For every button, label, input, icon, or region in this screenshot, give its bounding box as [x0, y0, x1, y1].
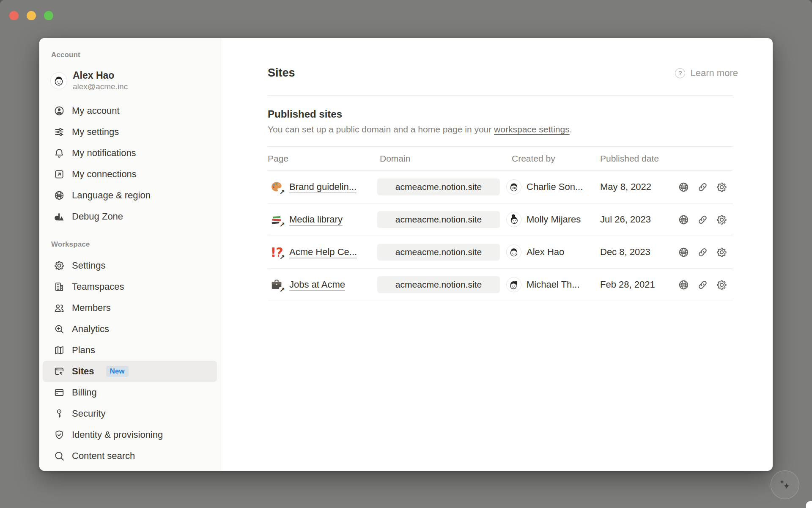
avatar [50, 72, 67, 89]
sidebar-item-my-connections[interactable]: My connections [43, 164, 217, 185]
sidebar-item-label: Billing [72, 387, 97, 398]
gear-icon[interactable] [716, 279, 727, 291]
browser-cursor-icon [54, 366, 65, 377]
sidebar-item-debug-zone[interactable]: Debug Zone [43, 206, 217, 227]
page-link[interactable]: Brand guidelin... [289, 181, 357, 192]
magnifier-icon [54, 450, 65, 461]
external-arrow-icon: ↗ [279, 254, 285, 261]
published-date: Feb 28, 2021 [600, 279, 678, 290]
close-window-icon[interactable] [9, 11, 19, 20]
domain-pill: acmeacme.notion.site [377, 211, 500, 228]
divider [268, 95, 733, 96]
link-icon[interactable] [697, 181, 708, 193]
sidebar-item-plans[interactable]: Plans [43, 340, 217, 361]
sidebar-item-label: Teamspaces [72, 281, 124, 292]
external-arrow-icon: ↗ [279, 189, 285, 196]
books-icon: ↗ [269, 212, 284, 227]
profile-row[interactable]: Alex Hao alex@acme.inc [43, 66, 217, 95]
published-sites-table: Page Domain Created by Published date [268, 146, 733, 301]
key-icon [54, 408, 65, 419]
bell-icon [54, 148, 65, 159]
sidebar-item-sites[interactable]: Sites New [43, 361, 217, 382]
link-icon[interactable] [697, 279, 708, 291]
sparkles-icon [777, 477, 793, 492]
link-icon[interactable] [697, 214, 708, 225]
sidebar-item-settings[interactable]: Settings [43, 255, 217, 276]
published-date: May 8, 2022 [600, 181, 678, 192]
zoom-window-icon[interactable] [44, 11, 53, 20]
sidebar-item-label: Security [72, 408, 105, 419]
new-badge: New [106, 366, 129, 377]
avatar [506, 244, 521, 260]
credit-card-icon [54, 387, 65, 398]
table-header-row: Page Domain Created by Published date [268, 146, 733, 171]
avatar [506, 277, 521, 292]
globe-icon[interactable] [678, 247, 689, 258]
created-by-name: Molly Mijares [527, 214, 581, 225]
globe-icon[interactable] [678, 214, 689, 225]
learn-more-link[interactable]: ? Learn more [675, 68, 738, 79]
person-circle-icon [54, 105, 65, 116]
sidebar-item-label: Language & region [72, 190, 151, 201]
sidebar-item-my-notifications[interactable]: My notifications [43, 143, 217, 164]
sidebar-item-label: My account [72, 105, 120, 116]
created-by-name: Charlie Son... [527, 181, 583, 192]
sidebar-item-teamspaces[interactable]: Teamspaces [43, 276, 217, 297]
sidebar-item-label: My notifications [72, 148, 136, 159]
gear-icon[interactable] [716, 247, 727, 258]
ai-assistant-button[interactable] [771, 470, 799, 499]
sidebar-item-analytics[interactable]: Analytics [43, 319, 217, 340]
sidebar-item-label: Plans [72, 345, 95, 356]
sidebar-item-content-search[interactable]: Content search [43, 445, 217, 467]
account-nav: My account My settings My notifications [39, 100, 221, 227]
column-header-domain: Domain [377, 154, 506, 164]
table-row: ↗ Brand guidelin... acmeacme.notion.site [268, 171, 733, 203]
description-period: . [570, 124, 572, 134]
description-text: You can set up a public domain and a hom… [268, 124, 494, 134]
published-date: Dec 8, 2023 [600, 247, 678, 258]
account-section-label: Account [51, 51, 221, 59]
sidebar-item-billing[interactable]: Billing [43, 382, 217, 403]
link-icon[interactable] [697, 247, 708, 258]
people-icon [54, 302, 65, 313]
debug-zone-icon [54, 211, 65, 222]
page-link[interactable]: Jobs at Acme [289, 279, 345, 290]
sidebar-item-members[interactable]: Members [43, 297, 217, 319]
sidebar-item-language-region[interactable]: Language & region [43, 185, 217, 206]
minimize-window-icon[interactable] [27, 11, 36, 20]
table-row: ↗ Media library acmeacme.notion.site [268, 203, 733, 236]
sidebar-item-identity-provisioning[interactable]: Identity & provisioning [43, 424, 217, 445]
gear-icon[interactable] [716, 214, 727, 225]
globe-icon[interactable] [678, 181, 689, 193]
sidebar-item-my-account[interactable]: My account [43, 100, 217, 121]
page-link[interactable]: Acme Help Ce... [289, 247, 357, 258]
settings-dialog: Account Alex Hao alex@acme.inc [39, 38, 773, 471]
published-sites-description: You can set up a public domain and a hom… [268, 124, 773, 135]
created-by-name: Alex Hao [527, 247, 564, 258]
workspace-section-label: Workspace [51, 240, 221, 249]
sidebar-item-security[interactable]: Security [43, 403, 217, 424]
workspace-nav: Settings Teamspaces [39, 255, 221, 467]
workspace-settings-link[interactable]: workspace settings [494, 124, 570, 134]
globe-icon[interactable] [678, 279, 689, 291]
sidebar-item-label: Settings [72, 260, 106, 271]
sliders-icon [54, 126, 65, 137]
published-sites-heading: Published sites [268, 108, 773, 120]
sidebar-item-label: Content search [72, 450, 135, 461]
arrow-up-right-square-icon [54, 169, 65, 180]
external-arrow-icon: ↗ [279, 222, 285, 228]
building-icon [54, 281, 65, 292]
domain-pill: acmeacme.notion.site [377, 276, 500, 293]
profile-name: Alex Hao [73, 70, 128, 81]
table-row: ↗ Jobs at Acme acmeacme.notion.site [268, 269, 733, 301]
settings-sidebar: Account Alex Hao alex@acme.inc [39, 38, 221, 471]
avatar [506, 212, 521, 227]
gear-icon[interactable] [716, 181, 727, 193]
sites-panel: Sites ? Learn more Published sites You c… [221, 38, 773, 471]
globe-icon [54, 190, 65, 201]
column-header-page: Page [268, 154, 377, 164]
page-link[interactable]: Media library [289, 214, 343, 225]
background-window-corner [806, 501, 812, 508]
sidebar-item-label: Analytics [72, 324, 109, 335]
sidebar-item-my-settings[interactable]: My settings [43, 121, 217, 143]
